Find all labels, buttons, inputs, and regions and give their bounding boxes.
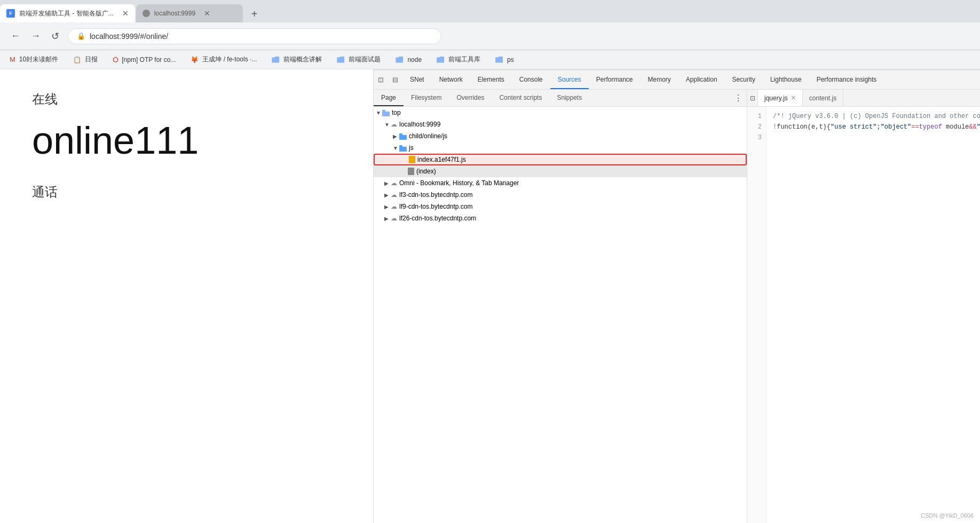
tab-performance-insights[interactable]: Performance insights xyxy=(809,70,884,89)
code-line-3 xyxy=(773,132,980,143)
editor-tab-jquery[interactable]: jquery.js ✕ xyxy=(758,90,803,106)
tab-elements[interactable]: Elements xyxy=(470,70,512,89)
tab-network[interactable]: Network xyxy=(432,70,470,89)
tab-favicon: F xyxy=(6,9,15,18)
active-tab[interactable]: F 前端开发辅助工具 - 智能各版广... ✕ xyxy=(0,4,135,22)
tree-item-localhost[interactable]: ▼ ☁ localhost:9999 xyxy=(374,118,747,130)
arrow-lf26: ▶ xyxy=(384,216,391,221)
sources-tab-page[interactable]: Page xyxy=(374,90,404,106)
sources-sidebar: Page Filesystem Overrides Content script… xyxy=(374,90,747,523)
devtools-main-tabs: ⊡ ⊟ SNet Network Elements Console Source… xyxy=(374,70,980,90)
arrow-localhost: ▼ xyxy=(384,122,391,128)
tree-item-index-html[interactable]: ▶ (index) xyxy=(374,165,747,177)
sources-tab-filesystem[interactable]: Filesystem xyxy=(404,90,449,106)
tree-item-top[interactable]: ▼ top xyxy=(374,107,747,118)
tree-item-index-js[interactable]: ▶ index.a1ef47f1.js xyxy=(374,154,747,165)
webpage-nav-online: 在线 xyxy=(32,91,341,108)
code-sep-1: ; xyxy=(876,123,880,131)
new-tab-button[interactable]: + xyxy=(245,6,264,22)
code-text-2: module xyxy=(942,123,969,131)
url-bar[interactable]: 🔒 localhost:9999/#/online/ xyxy=(68,28,441,44)
arrow-top: ▼ xyxy=(376,110,382,116)
cloud-icon-lf3: ☁ xyxy=(391,191,397,199)
tab-console[interactable]: Console xyxy=(512,70,550,89)
svg-rect-4 xyxy=(399,147,407,152)
sources-tab-snippets[interactable]: Snippets xyxy=(549,90,589,106)
line-num-2: 2 xyxy=(752,122,762,132)
tab2-close-button[interactable]: ✕ xyxy=(204,9,210,18)
code-comment-1: /*! jQuery v3.6.0 | (c) OpenJS Foundatio… xyxy=(773,113,980,120)
bookmark-ps[interactable]: ps xyxy=(492,54,517,66)
tree-label-top: top xyxy=(392,109,401,116)
reload-button[interactable]: ↺ xyxy=(49,28,61,44)
tree-label-lf26: lf26-cdn-tos.bytecdntp.com xyxy=(399,215,476,222)
code-line-2: !function(e,t){"use strict";"object"==ty… xyxy=(773,122,980,132)
tab-memory[interactable]: Memory xyxy=(641,70,678,89)
tree-label-child: child/online/js xyxy=(409,132,447,140)
bookmark-fe-concept[interactable]: 前端概念讲解 xyxy=(268,53,325,66)
editor-tab-content-label: content.js xyxy=(809,94,836,102)
arrow-omni: ▶ xyxy=(384,180,391,186)
sources-panel: Page Filesystem Overrides Content script… xyxy=(374,90,980,523)
tab-performance[interactable]: Performance xyxy=(589,70,641,89)
tab-close-button[interactable]: ✕ xyxy=(122,9,129,18)
bookmark-mail[interactable]: M 10封未读邮件 xyxy=(6,53,61,66)
bookmark-npm[interactable]: ⬡ [npm] OTP for co... xyxy=(109,54,179,66)
url-text: localhost:9999/#/online/ xyxy=(90,32,168,41)
main-content: 在线 online111 通话 ⊡ ⊟ SNet Network Element… xyxy=(0,69,980,523)
bookmark-fe-tools-lib[interactable]: 前端工具库 xyxy=(433,53,484,66)
editor-tab-content[interactable]: content.js xyxy=(803,90,843,106)
tree-item-omni[interactable]: ▶ ☁ Omni - Bookmark, History, & Tab Mana… xyxy=(374,177,747,189)
gray-file-icon-index xyxy=(408,168,414,175)
sources-tab-overrides[interactable]: Overrides xyxy=(449,90,492,106)
tree-item-child[interactable]: ▶ child/online/js xyxy=(374,130,747,142)
tree-item-lf3[interactable]: ▶ ☁ lf3-cdn-tos.bytecdntp.com xyxy=(374,189,747,201)
sources-tab-content-scripts[interactable]: Content scripts xyxy=(492,90,549,106)
tab-sources[interactable]: Sources xyxy=(550,70,589,89)
tree-item-js[interactable]: ▼ js xyxy=(374,142,747,154)
tree-label-js: js xyxy=(409,144,414,152)
bookmark-fe-interview[interactable]: 前端面试题 xyxy=(334,53,384,66)
bookmark-fe-tools[interactable]: 🦊 王成坤 / fe-tools ·... xyxy=(187,53,260,66)
code-content: 1 2 3 /*! jQuery v3.6.0 | (c) OpenJS Fou… xyxy=(747,107,980,523)
tree-item-lf26[interactable]: ▶ ☁ lf26-cdn-tos.bytecdntp.com xyxy=(374,212,747,224)
bookmark-daily[interactable]: 📋 日报 xyxy=(70,53,101,66)
svg-rect-3 xyxy=(399,133,402,136)
code-lines: /*! jQuery v3.6.0 | (c) OpenJS Foundatio… xyxy=(766,107,980,523)
tree-label-omni: Omni - Bookmark, History, & Tab Manager xyxy=(399,179,519,187)
arrow-child: ▶ xyxy=(393,133,399,139)
tree-label-localhost: localhost:9999 xyxy=(399,121,440,128)
editor-icon-btn[interactable]: ⊡ xyxy=(747,90,758,106)
tab-snet[interactable]: SNet xyxy=(402,70,432,89)
address-bar: ← → ↺ 🔒 localhost:9999/#/online/ xyxy=(0,22,980,50)
code-string-1: "use strict" xyxy=(831,123,876,131)
webpage: 在线 online111 通话 xyxy=(0,69,374,523)
cloud-icon-omni: ☁ xyxy=(391,179,397,187)
bookmark-node[interactable]: node xyxy=(392,54,425,66)
devtools-panel: ⊡ ⊟ SNet Network Elements Console Source… xyxy=(374,69,980,523)
lock-icon: 🔒 xyxy=(77,32,85,40)
tree-label-index-js: index.a1ef47f1.js xyxy=(417,156,466,163)
back-button[interactable]: ← xyxy=(9,28,22,44)
tab-title: 前端开发辅助工具 - 智能各版广... xyxy=(19,9,114,18)
webpage-heading: online111 xyxy=(32,118,341,162)
code-line-1: /*! jQuery v3.6.0 | (c) OpenJS Foundatio… xyxy=(773,111,980,122)
forward-button[interactable]: → xyxy=(29,28,43,44)
tab2-favicon xyxy=(143,10,150,17)
editor-tab-jquery-close[interactable]: ✕ xyxy=(791,94,796,101)
tab-lighthouse[interactable]: Lighthouse xyxy=(763,70,809,89)
webpage-nav-call: 通话 xyxy=(32,184,341,201)
inactive-tab[interactable]: localhost:9999 ✕ xyxy=(136,4,243,22)
svg-rect-5 xyxy=(399,145,402,147)
tree-item-lf9[interactable]: ▶ ☁ lf9-cdn-tos.bytecdntp.com xyxy=(374,201,747,212)
cloud-icon-lf26: ☁ xyxy=(391,215,397,222)
tree-label-index-html: (index) xyxy=(416,168,436,175)
tab-security[interactable]: Security xyxy=(725,70,763,89)
tab-application[interactable]: Application xyxy=(678,70,725,89)
code-op-2: && xyxy=(969,123,976,131)
js-file-icon-index xyxy=(409,156,415,163)
devtools-icon1[interactable]: ⊡ xyxy=(374,76,388,84)
sources-tab-more[interactable]: ⋮ xyxy=(730,93,747,103)
arrow-lf9: ▶ xyxy=(384,204,391,210)
devtools-icon2[interactable]: ⊟ xyxy=(388,76,402,84)
